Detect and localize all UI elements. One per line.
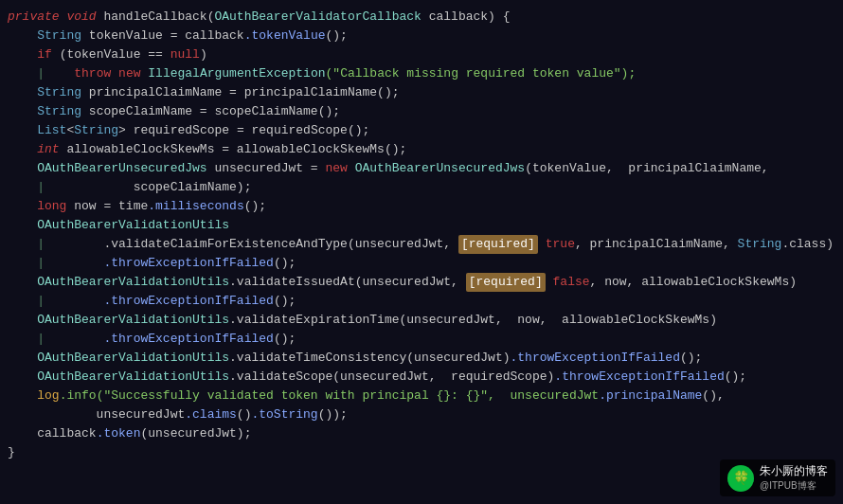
- token-normal: ();: [680, 349, 702, 368]
- token-normal: unsecuredJwt: [8, 405, 185, 424]
- token-normal: [8, 368, 37, 387]
- token-pipe: |: [37, 330, 45, 349]
- token-kw-false: false: [553, 273, 590, 292]
- token-type-string: String: [37, 102, 81, 121]
- token-method-call: .token: [97, 424, 141, 443]
- code-line: OAuthBearerValidationUtils.validateIssue…: [0, 273, 843, 292]
- token-log-prefix: log: [37, 387, 59, 405]
- token-normal: now = time: [66, 197, 148, 216]
- token-type-oauth: OAuthBearerValidationUtils: [37, 216, 229, 235]
- code-line: | .throwExceptionIfFailed();: [0, 254, 843, 273]
- token-normal: ();: [348, 121, 369, 140]
- token-kw-private: int: [37, 140, 59, 159]
- token-kw-new: new: [325, 159, 347, 178]
- token-normal: scopeClaimName): [45, 178, 244, 197]
- code-line: OAuthBearerValidationUtils.validateTimeC…: [0, 349, 843, 368]
- token-method-call: .claims: [185, 405, 237, 424]
- token-kw-true: true: [546, 235, 575, 254]
- token-method-call: .tokenValue: [244, 27, 326, 45]
- token-normal: callback: [8, 424, 97, 443]
- code-line: String principalClaimName = principalCla…: [0, 83, 843, 102]
- token-normal: handleCallback(: [97, 8, 215, 27]
- token-pipe: [8, 235, 37, 254]
- token-normal: [8, 216, 37, 235]
- token-normal: , principalClaimName,: [575, 235, 738, 254]
- token-normal: [8, 102, 37, 121]
- code-line: OAuthBearerValidationUtils: [0, 216, 843, 235]
- token-pipe: [8, 178, 37, 197]
- required-highlight: [required]: [458, 235, 538, 254]
- token-kw-private: private void: [8, 8, 97, 27]
- watermark: 🍀 朱小厮的博客 @ITPUB博客: [720, 459, 835, 496]
- token-normal: (tokenValue, principalClaimName,: [525, 159, 768, 178]
- token-normal: allowableClockSkewMs = allowableClockSke…: [60, 140, 385, 159]
- code-line: unsecuredJwt.claims().toString());: [0, 405, 843, 424]
- token-type-string: String: [37, 83, 81, 102]
- code-line: | .validateClaimForExistenceAndType(unse…: [0, 235, 843, 254]
- code-line: OAuthBearerValidationUtils.validateScope…: [0, 368, 843, 387]
- token-type-string: String: [74, 121, 118, 140]
- token-normal: callback) {: [422, 8, 511, 27]
- token-normal: (): [237, 405, 252, 424]
- code-line: List<String> requiredScope = requiredSco…: [0, 121, 843, 140]
- token-pipe: |: [37, 254, 45, 273]
- token-normal: .validateScope(unsecuredJwt, requiredSco…: [229, 368, 554, 387]
- token-type-oauth: OAuthBearerValidationUtils: [37, 273, 229, 292]
- token-kw-void: if: [37, 45, 52, 64]
- token-type-string: String: [37, 27, 81, 45]
- token-method-call: .toString: [251, 405, 317, 424]
- code-line: | .throwExceptionIfFailed();: [0, 330, 843, 349]
- token-normal: ();: [274, 254, 296, 273]
- token-normal: [8, 27, 37, 45]
- token-normal: .validateClaimForExistenceAndType(unsecu…: [45, 235, 458, 254]
- token-normal: [538, 235, 546, 254]
- code-line: String tokenValue = callback.tokenValue(…: [0, 27, 843, 45]
- token-method-call: .milliseconds: [148, 197, 243, 216]
- token-normal: .validateIssuedAt(unsecuredJwt,: [229, 273, 466, 292]
- token-normal: [8, 45, 37, 64]
- code-line: | throw new IllegalArgumentException("Ca…: [0, 64, 843, 83]
- token-normal: ): [200, 45, 207, 64]
- token-normal: [8, 387, 37, 405]
- token-normal: ();: [385, 140, 406, 159]
- token-pipe: [8, 64, 37, 83]
- token-method-call: .throwExceptionIfFailed: [45, 254, 274, 273]
- token-type-oauth: OAuthBearerValidationUtils: [37, 311, 229, 330]
- watermark-sub: @ITPUB博客: [760, 479, 828, 493]
- token-normal: , now, allowableClockSkewMs): [590, 273, 797, 292]
- token-type-oauth: OAuthBearerValidationUtils: [37, 349, 229, 368]
- token-normal: ();: [274, 330, 296, 349]
- code-line: int allowableClockSkewMs = allowableCloc…: [0, 140, 843, 159]
- token-type-list: List: [37, 121, 66, 140]
- token-type-oauth: OAuthBearerUnsecuredJws: [355, 159, 525, 178]
- token-normal: }: [8, 443, 15, 462]
- token-pipe: |: [37, 64, 45, 83]
- token-normal: .validateTimeConsistency(unsecuredJwt): [229, 349, 510, 368]
- token-string-lit: ("Callback missing required token value"…: [326, 64, 637, 83]
- token-type-oauth: OAuthBearerValidationUtils: [37, 368, 229, 387]
- code-line: private void handleCallback(OAuthBearerV…: [0, 8, 843, 27]
- token-normal: (unsecuredJwt): [140, 424, 243, 443]
- token-kw-null: null: [170, 45, 200, 64]
- token-normal: ;: [244, 178, 252, 197]
- token-normal: [8, 197, 37, 216]
- token-normal: principalClaimName = principalClaimName: [81, 83, 377, 102]
- token-normal: ();: [377, 83, 399, 102]
- code-line: callback.token(unsecuredJwt);: [0, 424, 843, 443]
- token-type-oauth: OAuthBearerUnsecuredJws: [37, 159, 206, 178]
- token-pipe: [8, 330, 37, 349]
- required-highlight: [required]: [466, 273, 546, 292]
- token-normal: [8, 140, 37, 159]
- token-normal: ());: [318, 405, 348, 424]
- token-normal: scopeClaimName = scopeClaimName: [81, 102, 318, 121]
- token-type-oauth: IllegalArgumentException: [148, 64, 325, 83]
- code-line: OAuthBearerValidationUtils.validateExpir…: [0, 311, 843, 330]
- code-line: if (tokenValue == null): [0, 45, 843, 64]
- code-line: long now = time.milliseconds();: [0, 197, 843, 216]
- token-normal: [348, 159, 355, 178]
- token-normal: (),: [702, 387, 724, 405]
- token-normal: .validateExpirationTime(unsecuredJwt, no…: [229, 311, 717, 330]
- token-normal: [546, 273, 553, 292]
- token-normal: [8, 121, 37, 140]
- token-method-call: .throwExceptionIfFailed: [554, 368, 724, 387]
